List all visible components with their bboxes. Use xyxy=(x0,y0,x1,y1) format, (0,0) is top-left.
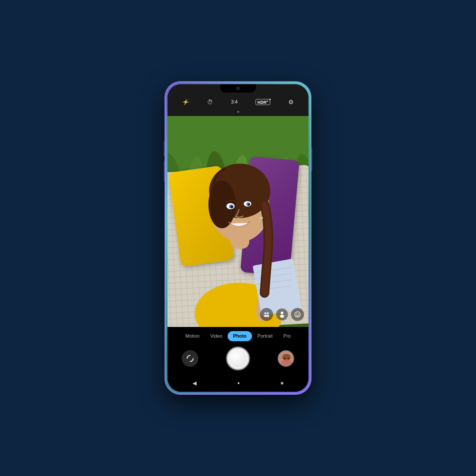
chevron-icon[interactable]: ⌄ xyxy=(236,108,240,114)
svg-point-39 xyxy=(284,358,286,359)
timer-icon[interactable]: ⏱ xyxy=(207,99,213,106)
screen: ⚡ ⏱ 3:4 HDRA ⚙ ⌄ xyxy=(167,84,309,392)
shutter-button[interactable] xyxy=(227,347,249,370)
svg-point-25 xyxy=(259,216,263,220)
svg-point-33 xyxy=(296,314,297,314)
gallery-thumbnail[interactable] xyxy=(278,350,294,367)
viewfinder[interactable] xyxy=(167,116,309,327)
camera-controls xyxy=(167,344,309,376)
phone: ⚡ ⏱ 3:4 HDRA ⚙ ⌄ xyxy=(165,82,311,394)
svg-point-24 xyxy=(248,203,250,206)
aspect-ratio[interactable]: 3:4 xyxy=(231,99,237,105)
svg-rect-10 xyxy=(253,259,302,316)
shutter-inner xyxy=(229,350,247,367)
gallery-thumb-image xyxy=(278,351,294,366)
notch xyxy=(220,84,256,93)
home-button[interactable] xyxy=(238,382,239,384)
svg-point-23 xyxy=(231,206,233,208)
svg-point-38 xyxy=(281,360,292,366)
camera-toolbar: ⚡ ⏱ 3:4 HDRA ⚙ xyxy=(167,95,309,107)
power-button[interactable] xyxy=(311,147,312,171)
svg-point-26 xyxy=(264,312,267,314)
front-camera xyxy=(236,87,240,90)
back-button[interactable]: ◀ xyxy=(184,379,206,388)
expand-row: ⌄ xyxy=(167,107,309,116)
mode-motion[interactable]: Motion xyxy=(180,331,205,341)
emoji-focus-icon[interactable] xyxy=(291,308,304,321)
mode-bar: Motion Video Photo Portrait Pro xyxy=(167,327,309,344)
notch-bar xyxy=(167,84,309,95)
mode-portrait[interactable]: Portrait xyxy=(252,331,278,341)
mode-pro[interactable]: Pro xyxy=(278,331,296,341)
svg-point-27 xyxy=(267,312,269,314)
hdr-button[interactable]: HDRA xyxy=(256,99,270,105)
svg-point-31 xyxy=(280,315,284,318)
person-container xyxy=(167,116,309,327)
person-focus-icon[interactable] xyxy=(275,308,289,321)
svg-point-29 xyxy=(266,315,270,317)
mode-photo[interactable]: Photo xyxy=(228,331,252,341)
focus-icons xyxy=(260,308,304,321)
group-focus-icon[interactable] xyxy=(260,308,273,321)
phone-body: ⚡ ⏱ 3:4 HDRA ⚙ ⌄ xyxy=(165,82,311,394)
mode-video[interactable]: Video xyxy=(205,331,228,341)
phone-screen: ⚡ ⏱ 3:4 HDRA ⚙ ⌄ xyxy=(167,84,309,392)
svg-point-32 xyxy=(295,312,300,317)
flash-icon[interactable]: ⚡ xyxy=(182,99,189,105)
recents-button[interactable]: ■ xyxy=(272,379,292,387)
svg-point-30 xyxy=(281,312,284,314)
settings-icon[interactable]: ⚙ xyxy=(288,98,294,106)
svg-point-40 xyxy=(288,358,289,359)
camera-scene xyxy=(167,116,309,327)
flip-camera-button[interactable] xyxy=(182,350,198,367)
navigation-bar: ◀ ■ xyxy=(167,376,309,392)
svg-point-34 xyxy=(298,314,299,314)
